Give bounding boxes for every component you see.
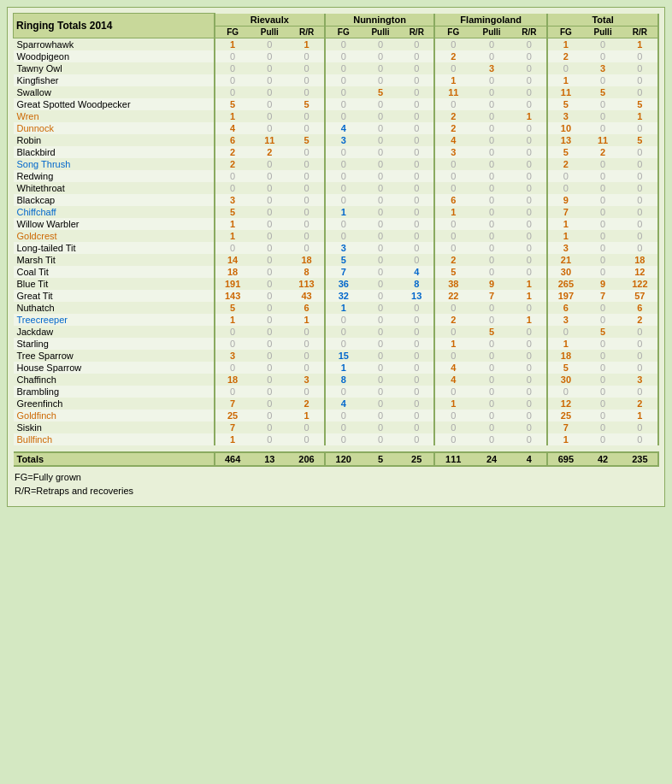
cell: 1 bbox=[622, 38, 658, 50]
total-cell: 120 bbox=[325, 452, 361, 466]
cell: 3 bbox=[215, 194, 251, 206]
cell: 0 bbox=[472, 386, 512, 398]
cell: 1 bbox=[547, 230, 583, 242]
cell: 12 bbox=[547, 398, 583, 410]
table-row: Goldfinch25010000002501 bbox=[14, 410, 659, 421]
cell: 0 bbox=[251, 421, 289, 433]
footer-line1: FG=Fully grown bbox=[15, 470, 657, 484]
site-header-nunnington: Nunnington bbox=[325, 14, 434, 27]
cell: 5 bbox=[361, 86, 399, 98]
cell: 0 bbox=[511, 338, 547, 350]
footer-line2: R/R=Retraps and recoveries bbox=[15, 484, 657, 498]
cell: 0 bbox=[289, 62, 325, 74]
cell: 4 bbox=[400, 266, 434, 278]
cell: 0 bbox=[547, 386, 583, 398]
cell: 0 bbox=[251, 350, 289, 362]
cell: 11 bbox=[251, 134, 289, 146]
cell: 0 bbox=[361, 146, 399, 158]
cell: 0 bbox=[511, 158, 547, 170]
cell: 5 bbox=[215, 206, 251, 218]
cell: 9 bbox=[472, 278, 512, 290]
sub-total-rr: R/R bbox=[622, 26, 658, 38]
cell: 30 bbox=[547, 266, 583, 278]
cell: 5 bbox=[584, 326, 622, 338]
cell: 5 bbox=[547, 98, 583, 110]
cell: 0 bbox=[251, 194, 289, 206]
total-cell: 206 bbox=[289, 452, 325, 466]
cell: 0 bbox=[215, 170, 251, 182]
cell: 4 bbox=[325, 398, 361, 410]
cell: 0 bbox=[434, 98, 472, 110]
footer-section: FG=Fully grown R/R=Retraps and recoverie… bbox=[13, 467, 659, 501]
cell: 0 bbox=[511, 374, 547, 386]
cell: 0 bbox=[289, 230, 325, 242]
total-cell: 42 bbox=[584, 452, 622, 466]
table-row: Song Thrush200000000200 bbox=[14, 158, 659, 170]
species-name: Jackdaw bbox=[14, 326, 215, 338]
cell: 0 bbox=[472, 410, 512, 421]
species-name: Chaffinch bbox=[14, 374, 215, 386]
cell: 6 bbox=[434, 194, 472, 206]
cell: 2 bbox=[547, 158, 583, 170]
table-row: Woodpigeon000000200200 bbox=[14, 50, 659, 62]
cell: 0 bbox=[251, 254, 289, 266]
cell: 5 bbox=[547, 146, 583, 158]
cell: 1 bbox=[289, 38, 325, 50]
cell: 13 bbox=[547, 134, 583, 146]
cell: 0 bbox=[622, 62, 658, 74]
cell: 0 bbox=[325, 326, 361, 338]
cell: 0 bbox=[622, 50, 658, 62]
cell: 0 bbox=[325, 218, 361, 230]
table-row: Chiffchaff500100100700 bbox=[14, 206, 659, 218]
cell: 0 bbox=[622, 194, 658, 206]
species-name: Wren bbox=[14, 110, 215, 122]
cell: 0 bbox=[400, 410, 434, 421]
cell: 0 bbox=[584, 350, 622, 362]
cell: 0 bbox=[289, 50, 325, 62]
cell: 0 bbox=[400, 146, 434, 158]
cell: 0 bbox=[289, 122, 325, 134]
cell: 0 bbox=[251, 302, 289, 314]
cell: 0 bbox=[400, 314, 434, 326]
total-cell: 13 bbox=[251, 452, 289, 466]
table-row: Blue Tit1910113360838912659122 bbox=[14, 278, 659, 290]
table-row: Long-tailed Tit000300000300 bbox=[14, 242, 659, 254]
cell: 0 bbox=[622, 158, 658, 170]
cell: 265 bbox=[547, 278, 583, 290]
cell: 0 bbox=[325, 170, 361, 182]
cell: 0 bbox=[472, 38, 512, 50]
species-name: Long-tailed Tit bbox=[14, 242, 215, 254]
cell: 0 bbox=[361, 421, 399, 433]
table-row: Kingfisher000000100100 bbox=[14, 74, 659, 86]
cell: 0 bbox=[361, 410, 399, 421]
cell: 5 bbox=[472, 326, 512, 338]
cell: 0 bbox=[400, 86, 434, 98]
cell: 0 bbox=[434, 421, 472, 433]
cell: 9 bbox=[547, 194, 583, 206]
cell: 3 bbox=[622, 374, 658, 386]
cell: 0 bbox=[251, 74, 289, 86]
cell: 0 bbox=[400, 170, 434, 182]
sub-nunnington-rr: R/R bbox=[400, 26, 434, 38]
cell: 0 bbox=[622, 338, 658, 350]
table-row: Robin611530040013115 bbox=[14, 134, 659, 146]
total-cell: 464 bbox=[215, 452, 251, 466]
cell: 8 bbox=[325, 374, 361, 386]
cell: 18 bbox=[215, 374, 251, 386]
cell: 0 bbox=[361, 170, 399, 182]
cell: 0 bbox=[325, 230, 361, 242]
cell: 0 bbox=[361, 350, 399, 362]
cell: 1 bbox=[622, 110, 658, 122]
cell: 6 bbox=[547, 302, 583, 314]
cell: 0 bbox=[361, 182, 399, 194]
cell: 0 bbox=[511, 182, 547, 194]
cell: 0 bbox=[251, 362, 289, 374]
cell: 5 bbox=[547, 362, 583, 374]
species-name: Treecreeper bbox=[14, 314, 215, 326]
cell: 0 bbox=[472, 374, 512, 386]
cell: 0 bbox=[361, 302, 399, 314]
cell: 15 bbox=[325, 350, 361, 362]
cell: 0 bbox=[472, 134, 512, 146]
table-row: Redwing000000000000 bbox=[14, 170, 659, 182]
cell: 0 bbox=[325, 38, 361, 50]
